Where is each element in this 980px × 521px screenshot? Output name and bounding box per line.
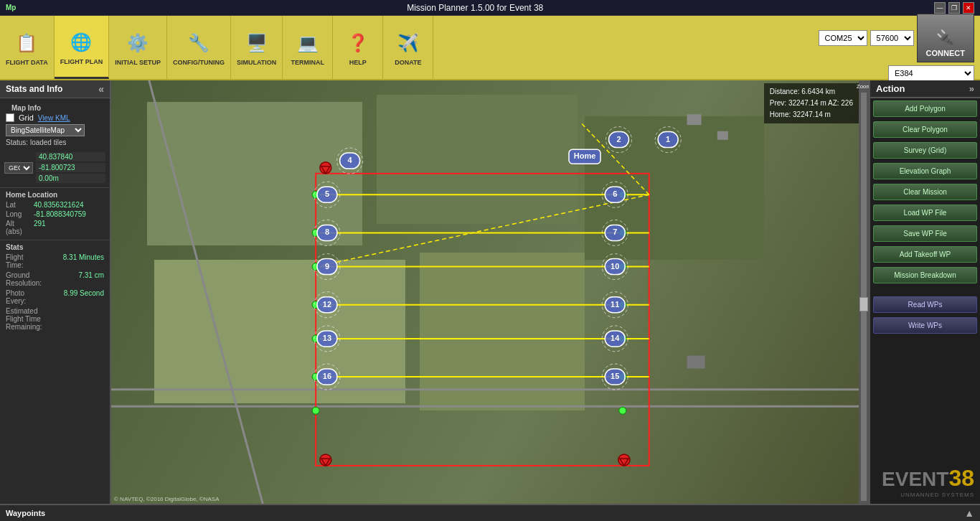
window-controls: — ❐ ✕ bbox=[934, 2, 974, 14]
photo-every-row: PhotoEvery: 8.99 Second bbox=[6, 289, 104, 305]
simulation-icon: 🖥️ bbox=[242, 29, 271, 57]
distance-info: Distance: 6.6434 km bbox=[770, 86, 853, 98]
ground-res-value: 7.31 cm bbox=[78, 271, 104, 287]
connection-controls: COM25 57600 🔌 CONNECT E384 bbox=[813, 16, 980, 79]
com-row: COM25 57600 🔌 CONNECT bbox=[819, 14, 974, 62]
connect-button[interactable]: 🔌 CONNECT bbox=[917, 14, 974, 62]
zoom-bar[interactable]: Zoom bbox=[859, 80, 869, 504]
waypoints-label: Waypoints bbox=[6, 509, 45, 517]
save-wp-file-button[interactable]: Save WP File bbox=[873, 225, 977, 242]
event38-logo: EVENT38 UNMANNED SYSTEMS bbox=[870, 459, 980, 504]
coord-lon: -81.800723 bbox=[36, 163, 105, 172]
tab-config-tuning[interactable]: 🔧 CONFIG/TUNING bbox=[167, 16, 231, 79]
add-polygon-button[interactable]: Add Polygon bbox=[873, 100, 977, 117]
ground-res-row: GroundResolution: 7.31 cm bbox=[6, 271, 104, 287]
read-wps-button[interactable]: Read WPs bbox=[873, 296, 977, 313]
zoom-track[interactable] bbox=[861, 93, 867, 501]
initial-setup-icon: ⚙️ bbox=[123, 29, 152, 57]
tab-help[interactable]: ❓ HELP bbox=[333, 16, 383, 79]
map-overlay-info: Distance: 6.6434 km Prev: 32247.14 m AZ:… bbox=[764, 83, 859, 123]
clear-mission-button[interactable]: Clear Mission bbox=[873, 184, 977, 200]
tab-terminal-label: TERMINAL bbox=[291, 59, 325, 66]
event38-number: 38 bbox=[948, 465, 974, 491]
map-area[interactable]: Distance: 6.6434 km Prev: 32247.14 m AZ:… bbox=[111, 80, 869, 504]
menubar: 📋 FLIGHT DATA 🌐 FLIGHT PLAN ⚙️ INITIAL S… bbox=[0, 16, 980, 80]
stats-section: Stats FlightTime: 8.31 Minutes GroundRes… bbox=[0, 240, 110, 504]
help-icon: ❓ bbox=[344, 29, 372, 57]
clear-polygon-button[interactable]: Clear Polygon bbox=[873, 121, 977, 138]
ground-res-label: GroundResolution: bbox=[6, 271, 42, 287]
map-canvas bbox=[111, 80, 869, 504]
event38-event: EVENT bbox=[882, 468, 948, 490]
baud-rate-select[interactable]: 57600 bbox=[870, 30, 914, 46]
home-alt-value: 291 bbox=[34, 220, 46, 235]
home-location-title: Home Location bbox=[6, 191, 104, 199]
flight-time-value: 8.31 Minutes bbox=[63, 253, 104, 269]
flight-plan-icon: 🌐 bbox=[67, 28, 95, 57]
write-wps-button[interactable]: Write WPs bbox=[873, 317, 977, 334]
prev-info: Prev: 32247.14 m AZ: 226 bbox=[770, 98, 853, 109]
panel-title: Stats and Info bbox=[6, 84, 62, 94]
action-separator bbox=[870, 286, 980, 294]
home-alt-label: Alt (abs) bbox=[6, 220, 31, 235]
right-panel: Action » Add Polygon Clear Polygon Surve… bbox=[869, 80, 980, 504]
coord-lat: 40.837840 bbox=[36, 152, 105, 161]
app-icon: Mp bbox=[6, 4, 16, 11]
tab-flight-data[interactable]: 📋 FLIGHT DATA bbox=[0, 16, 55, 79]
donate-icon: ✈️ bbox=[394, 29, 423, 57]
flight-time-row: FlightTime: 8.31 Minutes bbox=[6, 253, 104, 269]
zoom-thumb[interactable] bbox=[859, 297, 868, 311]
tab-flight-plan[interactable]: 🌐 FLIGHT PLAN bbox=[55, 16, 110, 79]
grid-label: Grid bbox=[19, 113, 34, 122]
minimize-button[interactable]: — bbox=[934, 2, 946, 14]
home-alt-row: Alt (abs) 291 bbox=[6, 220, 104, 235]
com-port-select[interactable]: COM25 bbox=[819, 30, 867, 46]
tab-simulation[interactable]: 🖥️ SIMULATION bbox=[231, 16, 283, 79]
tab-initial-setup-label: INITIAL SETUP bbox=[115, 59, 161, 66]
action-expand-icon: » bbox=[969, 83, 974, 94]
tab-terminal[interactable]: 💻 TERMINAL bbox=[283, 16, 333, 79]
panel-collapse-button[interactable]: « bbox=[98, 83, 104, 95]
add-takeoff-wp-button[interactable]: Add Takeoff WP bbox=[873, 246, 977, 263]
grid-checkbox[interactable] bbox=[6, 113, 14, 122]
tab-help-label: HELP bbox=[349, 59, 367, 66]
map-copyright: © NAVTEQ, ©2016 DigitalGlobe, ©NASA bbox=[114, 496, 219, 502]
event38-text: EVENT38 bbox=[876, 465, 974, 492]
home-lon-value: -81.8088340759 bbox=[34, 210, 86, 218]
load-wp-file-button[interactable]: Load WP File bbox=[873, 205, 977, 221]
home-lon-row: Long -81.8088340759 bbox=[6, 210, 104, 218]
survey-grid-button[interactable]: Survey (Grid) bbox=[873, 142, 977, 159]
window-title: Mission Planner 1.5.00 for Event 38 bbox=[16, 3, 934, 13]
est-flight-label: EstimatedFlight TimeRemaining: bbox=[6, 307, 42, 331]
event38-subtitle: UNMANNED SYSTEMS bbox=[876, 492, 974, 498]
map-status: Status: loaded tiles bbox=[6, 139, 104, 146]
tab-donate-label: DONATE bbox=[395, 59, 421, 66]
home-lon-label: Long bbox=[6, 210, 31, 218]
photo-every-value: 8.99 Second bbox=[64, 289, 104, 305]
home-lat-row: Lat 40.8356321624 bbox=[6, 201, 104, 209]
restore-button[interactable]: ❐ bbox=[948, 2, 960, 14]
action-panel-header: Action » bbox=[870, 80, 980, 98]
tab-initial-setup[interactable]: ⚙️ INITIAL SETUP bbox=[109, 16, 167, 79]
view-kml-link[interactable]: View KML bbox=[38, 114, 70, 122]
tab-flight-data-label: FLIGHT DATA bbox=[6, 59, 48, 66]
coord-system-select[interactable]: GEO bbox=[4, 162, 33, 174]
tab-flight-plan-label: FLIGHT PLAN bbox=[60, 58, 103, 65]
home-info: Home: 32247.14 m bbox=[770, 109, 853, 121]
stats-title: Stats bbox=[6, 243, 104, 251]
tab-donate[interactable]: ✈️ DONATE bbox=[383, 16, 433, 79]
device-select[interactable]: E384 bbox=[888, 65, 974, 81]
elevation-graph-button[interactable]: Elevation Graph bbox=[873, 163, 977, 179]
mission-breakdown-button[interactable]: Mission Breakdown bbox=[873, 267, 977, 283]
coord-row: GEO 40.837840 -81.800723 0.00m bbox=[4, 152, 105, 183]
close-button[interactable]: ✕ bbox=[963, 2, 974, 14]
map-info-section: Map Info Grid View KML BingSatelliteMap … bbox=[0, 98, 110, 149]
action-title: Action bbox=[876, 83, 905, 94]
terminal-icon: 💻 bbox=[293, 29, 322, 57]
bottom-bar: Waypoints ▲ bbox=[0, 504, 980, 521]
map-type-select[interactable]: BingSatelliteMap bbox=[6, 124, 85, 136]
bottom-expand-arrow[interactable]: ▲ bbox=[964, 507, 974, 519]
device-row: E384 bbox=[888, 65, 974, 81]
map-info-title: Map Info bbox=[6, 101, 104, 113]
main-content: Stats and Info « Map Info Grid View KML … bbox=[0, 80, 980, 504]
